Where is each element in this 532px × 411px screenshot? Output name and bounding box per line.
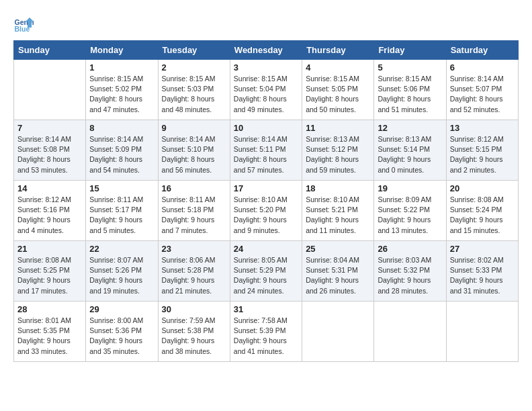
day-number: 4: [306, 62, 370, 73]
day-number: 13: [450, 123, 515, 133]
calendar-cell: 26Sunrise: 8:03 AM Sunset: 5:32 PM Dayli…: [374, 241, 446, 302]
calendar-table: SundayMondayTuesdayWednesdayThursdayFrid…: [13, 40, 519, 362]
calendar-cell: 30Sunrise: 7:59 AM Sunset: 5:38 PM Dayli…: [158, 302, 230, 362]
weekday-header-saturday: Saturday: [446, 41, 518, 60]
day-info: Sunrise: 8:02 AM Sunset: 5:33 PM Dayligh…: [450, 255, 515, 296]
day-info: Sunrise: 7:58 AM Sunset: 5:39 PM Dayligh…: [234, 316, 298, 357]
day-info: Sunrise: 8:12 AM Sunset: 5:15 PM Dayligh…: [450, 134, 515, 175]
day-info: Sunrise: 8:10 AM Sunset: 5:20 PM Dayligh…: [234, 195, 298, 236]
calendar-week-row: 21Sunrise: 8:08 AM Sunset: 5:25 PM Dayli…: [14, 241, 519, 302]
day-info: Sunrise: 8:03 AM Sunset: 5:32 PM Dayligh…: [378, 255, 442, 296]
calendar-cell: 7Sunrise: 8:14 AM Sunset: 5:08 PM Daylig…: [14, 120, 86, 181]
calendar-cell: 18Sunrise: 8:10 AM Sunset: 5:21 PM Dayli…: [302, 181, 374, 241]
day-number: 20: [450, 183, 515, 193]
day-number: 14: [17, 183, 82, 193]
day-info: Sunrise: 8:00 AM Sunset: 5:36 PM Dayligh…: [89, 316, 154, 357]
calendar-cell: 12Sunrise: 8:13 AM Sunset: 5:14 PM Dayli…: [374, 120, 446, 181]
day-info: Sunrise: 8:11 AM Sunset: 5:18 PM Dayligh…: [162, 195, 226, 236]
calendar-cell: [446, 302, 518, 362]
calendar-week-row: 14Sunrise: 8:12 AM Sunset: 5:16 PM Dayli…: [14, 181, 519, 241]
day-info: Sunrise: 8:07 AM Sunset: 5:26 PM Dayligh…: [89, 255, 154, 296]
calendar-week-row: 7Sunrise: 8:14 AM Sunset: 5:08 PM Daylig…: [14, 120, 519, 181]
day-number: 5: [378, 62, 442, 73]
calendar-cell: 31Sunrise: 7:58 AM Sunset: 5:39 PM Dayli…: [230, 302, 302, 362]
calendar-cell: 22Sunrise: 8:07 AM Sunset: 5:26 PM Dayli…: [86, 241, 158, 302]
logo: General Blue: [13, 13, 34, 34]
day-number: 21: [17, 244, 82, 254]
day-number: 11: [306, 123, 370, 133]
calendar-week-row: 1Sunrise: 8:15 AM Sunset: 5:02 PM Daylig…: [14, 60, 519, 120]
weekday-header-friday: Friday: [374, 41, 446, 60]
day-info: Sunrise: 8:05 AM Sunset: 5:29 PM Dayligh…: [234, 255, 298, 296]
calendar-cell: 29Sunrise: 8:00 AM Sunset: 5:36 PM Dayli…: [86, 302, 158, 362]
calendar-cell: 28Sunrise: 8:01 AM Sunset: 5:35 PM Dayli…: [14, 302, 86, 362]
day-number: 26: [378, 244, 442, 254]
calendar-cell: 20Sunrise: 8:08 AM Sunset: 5:24 PM Dayli…: [446, 181, 518, 241]
calendar-cell: 1Sunrise: 8:15 AM Sunset: 5:02 PM Daylig…: [86, 60, 158, 120]
day-number: 24: [234, 244, 298, 254]
day-info: Sunrise: 8:14 AM Sunset: 5:07 PM Dayligh…: [450, 74, 515, 115]
day-info: Sunrise: 8:14 AM Sunset: 5:08 PM Dayligh…: [17, 134, 82, 175]
logo-icon: General Blue: [13, 13, 34, 34]
calendar-cell: 8Sunrise: 8:14 AM Sunset: 5:09 PM Daylig…: [86, 120, 158, 181]
day-number: 6: [450, 62, 515, 73]
day-number: 15: [89, 183, 154, 193]
calendar-cell: [14, 60, 86, 120]
weekday-header-sunday: Sunday: [14, 41, 86, 60]
day-number: 22: [89, 244, 154, 254]
calendar-cell: 16Sunrise: 8:11 AM Sunset: 5:18 PM Dayli…: [158, 181, 230, 241]
day-info: Sunrise: 8:15 AM Sunset: 5:05 PM Dayligh…: [306, 74, 370, 115]
day-number: 23: [162, 244, 226, 254]
day-number: 31: [234, 304, 298, 314]
day-number: 3: [234, 62, 298, 73]
day-info: Sunrise: 8:14 AM Sunset: 5:10 PM Dayligh…: [162, 134, 226, 175]
calendar-cell: 21Sunrise: 8:08 AM Sunset: 5:25 PM Dayli…: [14, 241, 86, 302]
day-number: 25: [306, 244, 370, 254]
calendar-cell: 4Sunrise: 8:15 AM Sunset: 5:05 PM Daylig…: [302, 60, 374, 120]
day-info: Sunrise: 8:15 AM Sunset: 5:02 PM Dayligh…: [89, 74, 154, 115]
day-info: Sunrise: 8:01 AM Sunset: 5:35 PM Dayligh…: [17, 316, 82, 357]
day-info: Sunrise: 8:15 AM Sunset: 5:06 PM Dayligh…: [378, 74, 442, 115]
calendar-cell: 13Sunrise: 8:12 AM Sunset: 5:15 PM Dayli…: [446, 120, 518, 181]
day-number: 29: [89, 304, 154, 314]
calendar-cell: 2Sunrise: 8:15 AM Sunset: 5:03 PM Daylig…: [158, 60, 230, 120]
calendar-cell: 17Sunrise: 8:10 AM Sunset: 5:20 PM Dayli…: [230, 181, 302, 241]
calendar-cell: 23Sunrise: 8:06 AM Sunset: 5:28 PM Dayli…: [158, 241, 230, 302]
day-info: Sunrise: 8:09 AM Sunset: 5:22 PM Dayligh…: [378, 195, 442, 236]
calendar-cell: 10Sunrise: 8:14 AM Sunset: 5:11 PM Dayli…: [230, 120, 302, 181]
day-number: 27: [450, 244, 515, 254]
day-info: Sunrise: 8:06 AM Sunset: 5:28 PM Dayligh…: [162, 255, 226, 296]
svg-text:Blue: Blue: [15, 25, 30, 33]
calendar-cell: 19Sunrise: 8:09 AM Sunset: 5:22 PM Dayli…: [374, 181, 446, 241]
day-info: Sunrise: 8:08 AM Sunset: 5:25 PM Dayligh…: [17, 255, 82, 296]
calendar-cell: 9Sunrise: 8:14 AM Sunset: 5:10 PM Daylig…: [158, 120, 230, 181]
day-number: 28: [17, 304, 82, 314]
calendar-cell: 3Sunrise: 8:15 AM Sunset: 5:04 PM Daylig…: [230, 60, 302, 120]
weekday-header-wednesday: Wednesday: [230, 41, 302, 60]
page-header: General Blue: [13, 13, 519, 34]
day-number: 19: [378, 183, 442, 193]
day-info: Sunrise: 8:11 AM Sunset: 5:17 PM Dayligh…: [89, 195, 154, 236]
day-info: Sunrise: 8:04 AM Sunset: 5:31 PM Dayligh…: [306, 255, 370, 296]
day-info: Sunrise: 8:15 AM Sunset: 5:04 PM Dayligh…: [234, 74, 298, 115]
calendar-cell: 5Sunrise: 8:15 AM Sunset: 5:06 PM Daylig…: [374, 60, 446, 120]
calendar-cell: 24Sunrise: 8:05 AM Sunset: 5:29 PM Dayli…: [230, 241, 302, 302]
day-number: 12: [378, 123, 442, 133]
day-number: 7: [17, 123, 82, 133]
calendar-cell: [374, 302, 446, 362]
day-info: Sunrise: 8:10 AM Sunset: 5:21 PM Dayligh…: [306, 195, 370, 236]
weekday-header-row: SundayMondayTuesdayWednesdayThursdayFrid…: [14, 41, 519, 60]
calendar-cell: 27Sunrise: 8:02 AM Sunset: 5:33 PM Dayli…: [446, 241, 518, 302]
day-info: Sunrise: 8:14 AM Sunset: 5:11 PM Dayligh…: [234, 134, 298, 175]
weekday-header-monday: Monday: [86, 41, 158, 60]
calendar-cell: 11Sunrise: 8:13 AM Sunset: 5:12 PM Dayli…: [302, 120, 374, 181]
day-info: Sunrise: 8:14 AM Sunset: 5:09 PM Dayligh…: [89, 134, 154, 175]
day-number: 8: [89, 123, 154, 133]
calendar-cell: 6Sunrise: 8:14 AM Sunset: 5:07 PM Daylig…: [446, 60, 518, 120]
day-info: Sunrise: 8:15 AM Sunset: 5:03 PM Dayligh…: [162, 74, 226, 115]
calendar-week-row: 28Sunrise: 8:01 AM Sunset: 5:35 PM Dayli…: [14, 302, 519, 362]
calendar-cell: [302, 302, 374, 362]
day-info: Sunrise: 7:59 AM Sunset: 5:38 PM Dayligh…: [162, 316, 226, 357]
day-info: Sunrise: 8:13 AM Sunset: 5:14 PM Dayligh…: [378, 134, 442, 175]
day-info: Sunrise: 8:13 AM Sunset: 5:12 PM Dayligh…: [306, 134, 370, 175]
